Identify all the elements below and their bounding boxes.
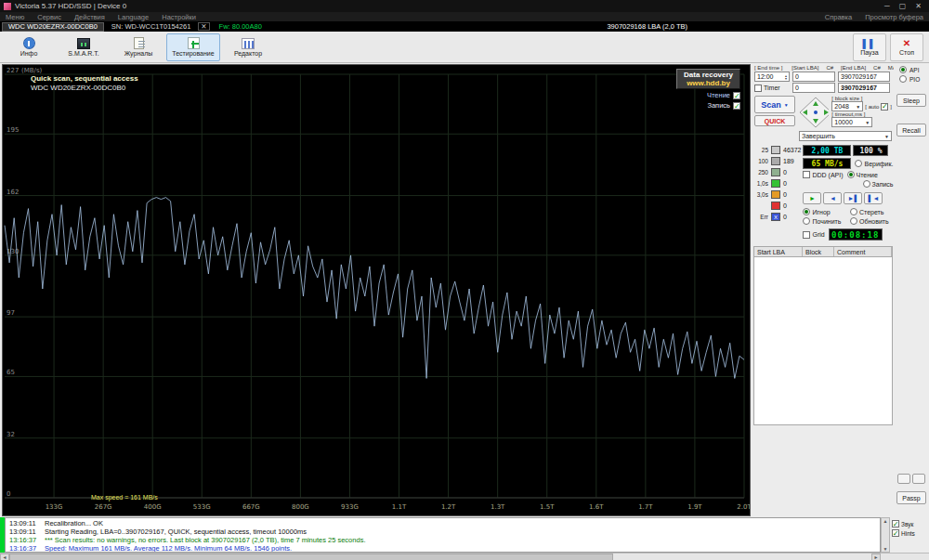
action-radio-3[interactable]: Обновить [850,217,894,225]
toolbar-button-label: S.M.A.R.T. [68,50,98,57]
table-header-1[interactable]: Block [803,247,834,256]
horizontal-scrollbar[interactable]: ◄ ► [0,553,929,560]
recall-button[interactable]: Recall [896,124,926,137]
counter-color-block[interactable] [771,190,780,199]
log-text: *** Scan results: no warnings, no errors… [45,536,365,544]
title-bar: Victoria 5.37 HDD/SSD | Device 0 ─ ▢ ✕ [0,0,929,12]
menu-item-right-0[interactable]: Справка [825,13,852,21]
scroll-left-icon[interactable]: ◄ [0,553,9,560]
hints-checkbox[interactable]: ✓Hints [892,529,927,537]
action-radio-0[interactable]: Игнор [803,208,846,215]
toolbar-button-editor[interactable]: Редактор [221,33,275,61]
legend-read-label: Чтение [707,91,730,99]
timeout-select[interactable]: 10000▼ [831,117,872,127]
graph-title: Quick scan, sequential access [31,74,138,83]
stop-button[interactable]: ✕ Стоп [890,33,923,61]
svg-text:1.7T: 1.7T [638,503,653,511]
pio-radio[interactable]: PIO [894,75,929,83]
skip-forward-button[interactable]: ►▌ [844,192,862,204]
toolbar-button-info[interactable]: Инфо [2,33,56,61]
counter-count: 189 [783,158,794,164]
play-button[interactable]: ► [803,192,821,204]
svg-text:195: 195 [7,126,19,134]
log-text: Starting Reading, LBA=0..3907029167, QUI… [45,527,307,536]
svg-text:800G: 800G [292,503,309,511]
counter-color-block[interactable] [771,146,780,154]
counter-color-block[interactable]: X [771,213,780,221]
auto-checkbox[interactable]: ✓ [881,103,888,111]
menu-item-right-1[interactable]: Просмотр буфера [865,13,923,21]
svg-text:97: 97 [7,309,15,317]
sound-checkbox[interactable]: ✓Звук [892,520,927,527]
toolbar-button-logs[interactable]: Журналы [111,33,165,61]
log-time: 13:16:37 [6,536,45,544]
seek-compass[interactable] [798,96,829,129]
toolbar-button-smart[interactable]: S.M.A.R.T. [57,33,111,61]
ddd-api-checkbox[interactable]: DDD (API) [803,171,843,178]
scan-button[interactable]: Scan▼ [754,96,795,113]
counter-color-block[interactable] [771,157,780,165]
svg-text:2.0T: 2.0T [737,503,750,511]
table-header-2[interactable]: Comment [834,247,892,256]
pause-icon: ▌▌ [863,39,877,48]
counter-row-1: 100189 [754,156,801,165]
end-time-input[interactable]: 12:00▴▾ [754,72,790,82]
progress-percent-display: 100 % [853,145,888,156]
end-lba-input-2[interactable]: 3907029167 [838,83,890,93]
scroll-right-icon[interactable]: ► [871,553,881,560]
start-c-label[interactable]: C# [826,65,833,71]
counter-row-6: ErrX0 [754,212,801,221]
scroll-down-icon[interactable]: ▼ [883,546,888,552]
hscroll-thumb[interactable] [9,553,613,560]
action-radio-2[interactable]: Починить [803,217,846,225]
log-scrollbar[interactable]: ▲ ▼ [881,517,890,553]
counter-color-block[interactable] [771,179,780,188]
grid-checkbox[interactable]: Grid [803,231,824,239]
rewind-button[interactable]: ◄ [823,192,842,204]
counter-color-block[interactable] [771,168,780,176]
timer-checkbox[interactable]: Timer [754,85,790,92]
block-size-select[interactable]: 2048▼ [831,101,863,111]
log-line-1: 13:09:11Starting Reading, LBA=0..3907029… [6,527,880,536]
svg-text:1.1T: 1.1T [392,503,407,511]
mini-button-right[interactable] [912,474,925,484]
passport-button[interactable]: Passp [896,491,926,504]
quick-button[interactable]: QUICK [754,115,795,126]
defect-table-body[interactable] [753,257,893,425]
end-lba-input[interactable]: 3907029167 [838,72,890,82]
start-lba-input[interactable]: 0 [792,72,835,82]
api-radio[interactable]: API [894,66,929,73]
skip-back-button[interactable]: ▌◄ [864,192,883,204]
action-radio-1[interactable]: Стереть [850,208,894,215]
table-header-0[interactable]: Start LBA [754,247,803,256]
after-scan-action-select[interactable]: Завершить▼ [799,131,892,141]
toolbar-button-test[interactable]: Тестирование [166,33,220,61]
mode-radio-0[interactable]: Верифик. [855,160,893,167]
counter-color-block[interactable] [771,202,780,210]
mode-radio-2[interactable]: Запись [863,180,894,188]
mode-radio-1[interactable]: Чтение [847,171,878,178]
menu-item-4[interactable]: Настройки [162,13,196,21]
close-button[interactable]: ✕ [915,2,922,10]
legend-write-checkbox[interactable]: ✓ [733,102,740,110]
start-lba-input-2[interactable]: 0 [792,83,835,93]
menu-item-3[interactable]: Language [118,13,149,21]
menu-item-0[interactable]: Меню [6,13,24,21]
menu-item-2[interactable]: Действия [74,13,105,21]
maximize-button[interactable]: ▢ [899,2,907,10]
counter-row-5: 0 [754,201,801,210]
minimize-button[interactable]: ─ [884,2,890,10]
mini-button-left[interactable] [897,474,910,484]
log-lines[interactable]: 13:09:11Recalibration... OK13:09:11Start… [5,517,881,553]
menu-item-1[interactable]: Сервис [37,13,61,21]
counter-count: 0 [783,202,787,209]
device-close-button[interactable]: ✕ [198,22,209,31]
svg-text:267G: 267G [95,503,112,511]
legend-read-checkbox[interactable]: ✓ [733,92,740,99]
svg-text:1.3T: 1.3T [491,503,505,511]
scroll-up-icon[interactable]: ▲ [883,518,888,524]
sleep-button[interactable]: Sleep [896,94,926,107]
end-c-label[interactable]: C# [873,65,881,71]
device-model-select[interactable]: WDC WD20EZRX-00DC0B0 [2,22,104,32]
pause-button[interactable]: ▌▌ Пауза [853,33,886,61]
